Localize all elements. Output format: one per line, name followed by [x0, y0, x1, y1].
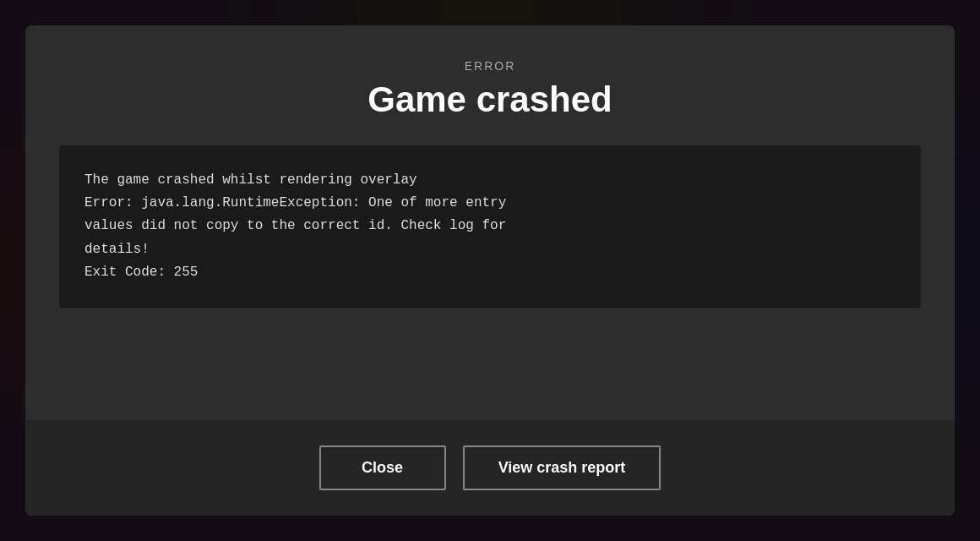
dialog-footer: Close View crash report	[25, 420, 955, 516]
error-box: The game crashed whilst rendering overla…	[59, 145, 921, 308]
dialog-body: The game crashed whilst rendering overla…	[25, 145, 955, 420]
error-text: The game crashed whilst rendering overla…	[84, 169, 896, 284]
crash-dialog: ERROR Game crashed The game crashed whil…	[25, 25, 955, 516]
view-crash-report-button[interactable]: View crash report	[463, 445, 662, 490]
close-button[interactable]: Close	[319, 445, 446, 490]
dialog-header: ERROR Game crashed	[25, 25, 955, 145]
error-label: ERROR	[59, 59, 921, 73]
dialog-wrapper: ERROR Game crashed The game crashed whil…	[0, 0, 980, 541]
dialog-title: Game crashed	[59, 79, 921, 120]
